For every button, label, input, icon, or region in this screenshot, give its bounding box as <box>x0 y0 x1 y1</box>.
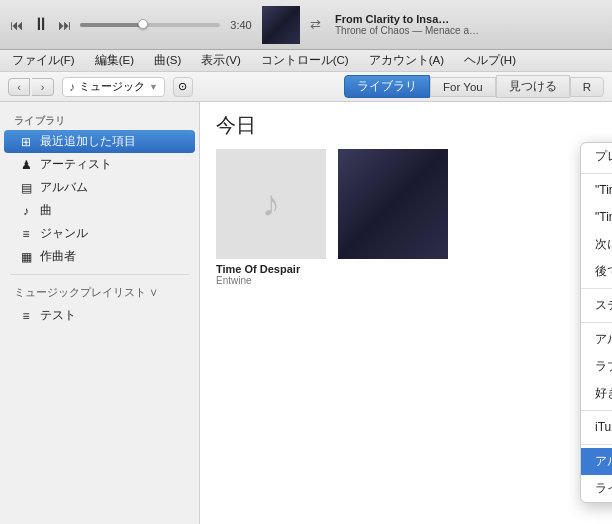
sidebar: ライブラリ ⊞ 最近追加した項目 ♟ アーティスト ▤ アルバム ♪ 曲 ≡ ジ… <box>0 102 200 524</box>
sidebar-item-recent[interactable]: ⊞ 最近追加した項目 <box>4 130 195 153</box>
menu-bar: ファイル(F) 編集(E) 曲(S) 表示(V) コントロール(C) アカウント… <box>0 50 612 72</box>
sidebar-item-recent-label: 最近追加した項目 <box>40 134 136 149</box>
menu-file[interactable]: ファイル(F) <box>8 51 79 70</box>
sidebar-item-genres-label: ジャンル <box>40 226 88 241</box>
music-card-1[interactable]: ♪ Time Of Despair Entwine <box>216 149 326 286</box>
menu-edit[interactable]: 編集(E) <box>91 51 138 70</box>
tab-for-you[interactable]: For You <box>430 77 496 97</box>
menu-help[interactable]: ヘルプ(H) <box>460 51 520 70</box>
music-note-icon: ♪ <box>69 80 75 94</box>
ctx-play-song[interactable]: "Time Of Despair"を再生 <box>581 177 612 204</box>
ctx-create-station[interactable]: ステーションを作成(S) <box>581 292 612 319</box>
player-controls: ⏮ ⏸ ⏭ <box>8 12 74 37</box>
sidebar-item-songs[interactable]: ♪ 曲 <box>4 199 195 222</box>
time-display: 3:40 <box>226 19 256 31</box>
album-thumbnail <box>262 6 300 44</box>
progress-bar[interactable] <box>80 23 220 27</box>
progress-area <box>80 23 220 27</box>
music-note-icon-big: ♪ <box>262 183 280 225</box>
sidebar-library-label: ライブラリ <box>0 110 199 130</box>
nav-bar: ‹ › ♪ ミュージック ▼ ⊙ ライブラリ For You 見つける R <box>0 72 612 102</box>
sidebar-item-composers-label: 作曲者 <box>40 249 76 264</box>
ctx-show-itunes-store[interactable]: iTunes Storeで表示 <box>581 414 612 441</box>
sidebar-item-test-playlist[interactable]: ≡ テスト <box>4 304 195 327</box>
ctx-get-album-artwork[interactable]: アルバムアートワークを入手(A) <box>581 448 612 475</box>
sidebar-item-albums[interactable]: ▤ アルバム <box>4 176 195 199</box>
genres-icon: ≡ <box>18 227 34 241</box>
tab-group: ライブラリ For You 見つける R <box>344 75 604 98</box>
music-selector-label: ミュージック <box>79 79 145 94</box>
ctx-play-later[interactable]: 後で再生(Y) <box>581 258 612 285</box>
menu-song[interactable]: 曲(S) <box>150 51 185 70</box>
recent-icon: ⊞ <box>18 135 34 149</box>
ctx-sep-1 <box>581 288 612 289</box>
ctx-sep-4 <box>581 444 612 445</box>
music-card-2[interactable] <box>338 149 448 286</box>
nav-arrows: ‹ › <box>8 78 54 96</box>
ctx-album-info[interactable]: アルバムの情報(I) <box>581 326 612 353</box>
sidebar-playlist-section[interactable]: ミュージックプレイリスト ∨ <box>0 281 199 304</box>
composers-icon: ▦ <box>18 250 34 264</box>
menu-view[interactable]: 表示(V) <box>197 51 244 70</box>
main-layout: ライブラリ ⊞ 最近追加した項目 ♟ アーティスト ▤ アルバム ♪ 曲 ≡ ジ… <box>0 102 612 524</box>
content-header: 今日 <box>200 102 612 145</box>
sidebar-divider <box>10 274 189 275</box>
menu-controls[interactable]: コントロール(C) <box>257 51 353 70</box>
sidebar-item-artists[interactable]: ♟ アーティスト <box>4 153 195 176</box>
nav-forward-button[interactable]: › <box>32 78 54 96</box>
card-image-2 <box>338 149 448 259</box>
sidebar-item-composers[interactable]: ▦ 作曲者 <box>4 245 195 268</box>
play-button[interactable]: ⏸ <box>30 12 52 37</box>
next-button[interactable]: ⏭ <box>56 15 74 35</box>
ctx-sep-2 <box>581 322 612 323</box>
progress-knob <box>138 19 148 29</box>
ctx-delete-from-library[interactable]: ライブラリから削除(F) <box>581 475 612 502</box>
player-bar: ⏮ ⏸ ⏭ 3:40 ⇄ From Clarity to Insa… Thron… <box>0 0 612 50</box>
ctx-sep-0 <box>581 173 612 174</box>
album-art <box>262 6 300 44</box>
track-info: From Clarity to Insa… Throne of Chaos — … <box>327 13 604 36</box>
card-title-1: Time Of Despair <box>216 263 326 275</box>
ctx-shuffle-song[interactable]: "Time Of Despair"をシャッフル <box>581 204 612 231</box>
context-menu: プレイリストに追加(D) › "Time Of Despair"を再生 "Tim… <box>580 142 612 503</box>
shuffle-button[interactable]: ⇄ <box>310 17 321 32</box>
sidebar-item-artists-label: アーティスト <box>40 157 112 172</box>
ctx-add-to-playlist[interactable]: プレイリストに追加(D) › <box>581 143 612 170</box>
ctx-dislike[interactable]: 好きじゃない(K) <box>581 380 612 407</box>
track-title: From Clarity to Insa… <box>335 13 449 25</box>
ctx-love[interactable]: ラブ(O) <box>581 353 612 380</box>
tab-radio[interactable]: R <box>570 77 604 97</box>
nav-back-button[interactable]: ‹ <box>8 78 30 96</box>
progress-fill <box>80 23 143 27</box>
track-artist: Throne of Chaos — Menace a… <box>335 25 479 36</box>
cards-area: ♪ Time Of Despair Entwine <box>200 145 612 290</box>
ctx-sep-3 <box>581 410 612 411</box>
tab-discover[interactable]: 見つける <box>496 75 570 98</box>
music-selector[interactable]: ♪ ミュージック ▼ <box>62 77 165 97</box>
sidebar-item-test-label: テスト <box>40 308 76 323</box>
card-image-1: ♪ <box>216 149 326 259</box>
sidebar-item-songs-label: 曲 <box>40 203 52 218</box>
playlist-icon: ≡ <box>18 309 34 323</box>
tab-library[interactable]: ライブラリ <box>344 75 430 98</box>
prev-button[interactable]: ⏮ <box>8 15 26 35</box>
artists-icon: ♟ <box>18 158 34 172</box>
content-area: 今日 ♪ Time Of Despair Entwine プレイリストに追加(D… <box>200 102 612 524</box>
sidebar-item-albums-label: アルバム <box>40 180 88 195</box>
ctx-play-next[interactable]: 次に再生(N) <box>581 231 612 258</box>
menu-account[interactable]: アカウント(A) <box>365 51 448 70</box>
cd-button[interactable]: ⊙ <box>173 77 193 97</box>
sidebar-item-genres[interactable]: ≡ ジャンル <box>4 222 195 245</box>
albums-icon: ▤ <box>18 181 34 195</box>
songs-icon: ♪ <box>18 204 34 218</box>
card-subtitle-1: Entwine <box>216 275 326 286</box>
selector-arrow-icon: ▼ <box>149 82 158 92</box>
